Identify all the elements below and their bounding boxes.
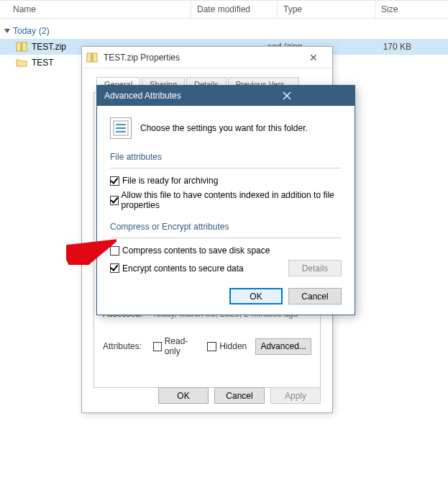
file-name: TEST	[32, 58, 54, 68]
checkbox-label: File is ready for archiving	[122, 176, 218, 186]
checkbox-icon	[110, 176, 119, 186]
checkbox-encrypt[interactable]: Encrypt contents to secure data	[110, 263, 244, 274]
attributes-list-icon	[110, 117, 132, 139]
checkbox-icon	[110, 263, 119, 273]
properties-title: TEST.zip Properties	[104, 53, 299, 63]
explorer-column-header: Name Date modified Type Size	[0, 0, 448, 19]
ok-button[interactable]: OK	[158, 387, 209, 404]
svg-rect-1	[20, 42, 23, 51]
advanced-title: Advanced Attributes	[104, 91, 226, 101]
close-icon[interactable]	[226, 88, 347, 104]
advanced-titlebar[interactable]: Advanced Attributes	[97, 86, 355, 106]
folder-icon	[16, 57, 27, 68]
cancel-button[interactable]: Cancel	[214, 387, 265, 404]
col-size[interactable]: Size	[375, 1, 433, 18]
col-type[interactable]: Type	[278, 1, 375, 18]
cancel-button[interactable]: Cancel	[288, 288, 342, 304]
checkbox-archive[interactable]: File is ready for archiving	[110, 176, 218, 186]
checkbox-label: Read-only	[165, 336, 199, 356]
details-button[interactable]: Details	[288, 260, 342, 276]
ok-button[interactable]: OK	[229, 288, 283, 304]
zip-icon	[86, 52, 98, 63]
advanced-attributes-window: Advanced Attributes Choose the settings …	[96, 85, 355, 315]
group-count: (2)	[39, 26, 50, 36]
svg-rect-3	[91, 53, 93, 62]
zip-icon	[16, 41, 27, 53]
attributes-label: Attributes:	[103, 341, 145, 351]
checkbox-hidden[interactable]: Hidden	[207, 341, 247, 351]
advanced-button[interactable]: Advanced...	[255, 338, 311, 355]
checkbox-icon	[207, 342, 216, 351]
checkbox-icon	[110, 196, 119, 205]
apply-button[interactable]: Apply	[270, 387, 321, 404]
group-compress-encrypt: Compress or Encrypt attributes	[110, 222, 342, 232]
group-file-attributes: File attributes	[110, 152, 342, 162]
properties-titlebar[interactable]: TEST.zip Properties ✕	[82, 47, 332, 68]
col-name[interactable]: Name	[0, 1, 191, 18]
advanced-lead-text: Choose the settings you want for this fo…	[140, 123, 308, 133]
checkbox-label: Encrypt contents to secure data	[122, 263, 244, 274]
chevron-down-icon	[4, 29, 10, 33]
checkbox-icon	[110, 246, 119, 256]
group-header-today[interactable]: Today (2)	[0, 19, 448, 39]
checkbox-label: Compress contents to save disk space	[122, 245, 270, 256]
checkbox-compress[interactable]: Compress contents to save disk space	[110, 245, 270, 256]
file-size: 170 KB	[360, 42, 417, 52]
close-icon[interactable]: ✕	[299, 50, 328, 65]
group-label: Today	[13, 26, 36, 36]
properties-footer: OK Cancel Apply	[158, 387, 321, 404]
checkbox-label: Hidden	[219, 341, 247, 351]
file-name: TEST.zip	[32, 42, 66, 52]
col-date[interactable]: Date modified	[191, 1, 278, 18]
checkbox-icon	[153, 342, 162, 351]
checkbox-readonly[interactable]: Read-only	[153, 336, 198, 356]
checkbox-label: Allow this file to have contents indexed…	[122, 190, 342, 210]
checkbox-index[interactable]: Allow this file to have contents indexed…	[110, 190, 342, 210]
